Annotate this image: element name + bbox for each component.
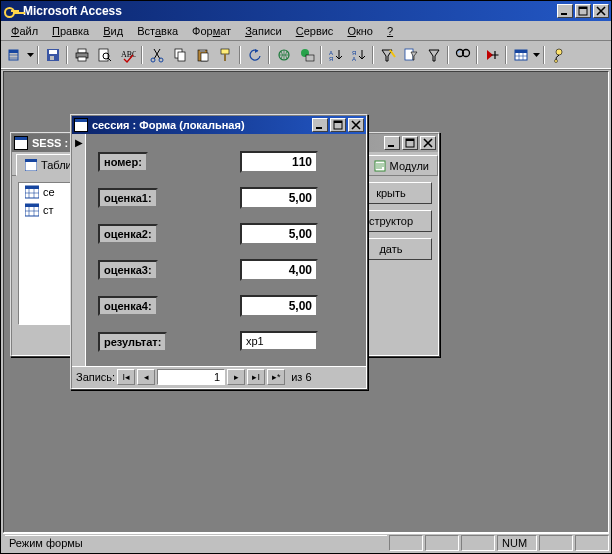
record-selector[interactable] xyxy=(72,134,86,366)
svg-rect-0 xyxy=(561,13,567,15)
menu-window[interactable]: Окно xyxy=(341,23,379,39)
office-assistant-button[interactable] xyxy=(547,44,570,66)
copy-button[interactable] xyxy=(168,44,191,66)
toolbar: ABC AЯ ЯA xyxy=(1,41,611,69)
svg-text:A: A xyxy=(352,56,356,62)
field-oc3[interactable]: 4,00 xyxy=(240,259,318,281)
nav-prev-button[interactable]: ◂ xyxy=(137,369,155,385)
menu-records[interactable]: Записи xyxy=(239,23,288,39)
app-title: Microsoft Access xyxy=(23,4,557,18)
database-window-button[interactable] xyxy=(509,44,532,66)
field-nomer[interactable]: 110 xyxy=(240,151,318,173)
label-oc2: оценка2: xyxy=(98,224,158,244)
label-oc4: оценка4: xyxy=(98,296,158,316)
svg-rect-21 xyxy=(201,53,208,61)
nav-first-button[interactable]: I◂ xyxy=(117,369,135,385)
nav-next-button[interactable]: ▸ xyxy=(227,369,245,385)
svg-rect-31 xyxy=(405,49,413,60)
field-oc1[interactable]: 5,00 xyxy=(240,187,318,209)
menu-file-label: айл xyxy=(19,25,38,37)
field-result[interactable]: хр1 xyxy=(240,331,318,351)
svg-point-37 xyxy=(554,59,557,62)
tab-modules[interactable]: Модули xyxy=(365,155,438,175)
undo-button[interactable] xyxy=(243,44,266,66)
form-window[interactable]: сессия : Форма (локальная) номер: оценка… xyxy=(70,114,368,390)
label-oc1: оценка1: xyxy=(98,188,158,208)
label-oc3: оценка3: xyxy=(98,260,158,280)
sort-asc-button[interactable]: AЯ xyxy=(324,44,347,66)
svg-rect-40 xyxy=(406,139,414,141)
field-oc2[interactable]: 5,00 xyxy=(240,223,318,245)
database-window-dropdown[interactable] xyxy=(532,53,541,57)
save-button[interactable] xyxy=(41,44,64,66)
minimize-button[interactable] xyxy=(557,4,573,18)
main-window-buttons xyxy=(557,4,609,18)
mdi-client-area: SESS : Табли Модули xyxy=(3,71,609,533)
menu-tools[interactable]: Сервис xyxy=(290,23,340,39)
svg-point-15 xyxy=(151,58,155,62)
form-minimize-button[interactable] xyxy=(312,118,328,132)
view-button[interactable] xyxy=(3,44,26,66)
maximize-button[interactable] xyxy=(575,4,591,18)
list-item-label: ст xyxy=(43,204,54,216)
main-application-window: Microsoft Access Файл Правка Вид Вставка… xyxy=(0,0,612,554)
nav-record-number[interactable]: 1 xyxy=(157,369,225,385)
filter-selection-button[interactable] xyxy=(376,44,399,66)
form-body: номер: оценка1: оценка2: оценка3: оценка… xyxy=(72,134,366,366)
svg-rect-47 xyxy=(25,204,39,207)
svg-rect-26 xyxy=(306,55,314,61)
menu-file[interactable]: Файл xyxy=(5,23,44,39)
svg-text:ABC: ABC xyxy=(121,50,136,59)
filter-form-button[interactable] xyxy=(399,44,422,66)
svg-rect-50 xyxy=(334,121,342,123)
list-item-label: се xyxy=(43,186,55,198)
format-painter-button[interactable] xyxy=(214,44,237,66)
db-maximize-button[interactable] xyxy=(402,136,418,150)
db-close-button[interactable] xyxy=(420,136,436,150)
menu-view[interactable]: Вид xyxy=(97,23,129,39)
svg-rect-9 xyxy=(78,49,86,53)
recnav-count: из 6 xyxy=(291,371,311,383)
nav-last-button[interactable]: ▸I xyxy=(247,369,265,385)
menu-edit[interactable]: Правка xyxy=(46,23,95,39)
svg-rect-45 xyxy=(25,186,39,189)
db-minimize-button[interactable] xyxy=(384,136,400,150)
paste-button[interactable] xyxy=(191,44,214,66)
sort-desc-button[interactable]: ЯA xyxy=(347,44,370,66)
close-button[interactable] xyxy=(593,4,609,18)
form-maximize-button[interactable] xyxy=(330,118,346,132)
apply-filter-button[interactable] xyxy=(422,44,445,66)
label-nomer: номер: xyxy=(98,152,148,172)
web-toolbar-button[interactable] xyxy=(295,44,318,66)
print-button[interactable] xyxy=(70,44,93,66)
status-pane xyxy=(389,535,423,551)
spelling-button[interactable]: ABC xyxy=(116,44,139,66)
form-close-button[interactable] xyxy=(348,118,364,132)
menu-format[interactable]: Формат xyxy=(186,23,237,39)
menu-help[interactable]: ? xyxy=(381,23,399,39)
svg-rect-48 xyxy=(316,127,322,129)
nav-new-button[interactable]: ▸* xyxy=(267,369,285,385)
menubar: Файл Правка Вид Вставка Формат Записи Се… xyxy=(1,21,611,41)
find-button[interactable] xyxy=(451,44,474,66)
svg-rect-6 xyxy=(49,50,57,54)
status-mode: Режим формы xyxy=(5,535,387,551)
table-icon xyxy=(25,159,37,171)
tab-modules-label: Модули xyxy=(390,160,429,172)
svg-rect-23 xyxy=(224,54,226,61)
hyperlink-button[interactable] xyxy=(272,44,295,66)
svg-rect-42 xyxy=(25,159,37,162)
status-pane xyxy=(539,535,573,551)
database-icon xyxy=(14,136,28,150)
svg-rect-22 xyxy=(221,49,229,54)
form-titlebar[interactable]: сессия : Форма (локальная) xyxy=(72,116,366,134)
preview-button[interactable] xyxy=(93,44,116,66)
svg-rect-8 xyxy=(54,56,56,60)
table-item-icon xyxy=(25,203,39,217)
new-record-button[interactable] xyxy=(480,44,503,66)
field-oc4[interactable]: 5,00 xyxy=(240,295,318,317)
cut-button[interactable] xyxy=(145,44,168,66)
menu-insert[interactable]: Вставка xyxy=(131,23,184,39)
view-dropdown[interactable] xyxy=(26,53,35,57)
status-pane xyxy=(575,535,609,551)
